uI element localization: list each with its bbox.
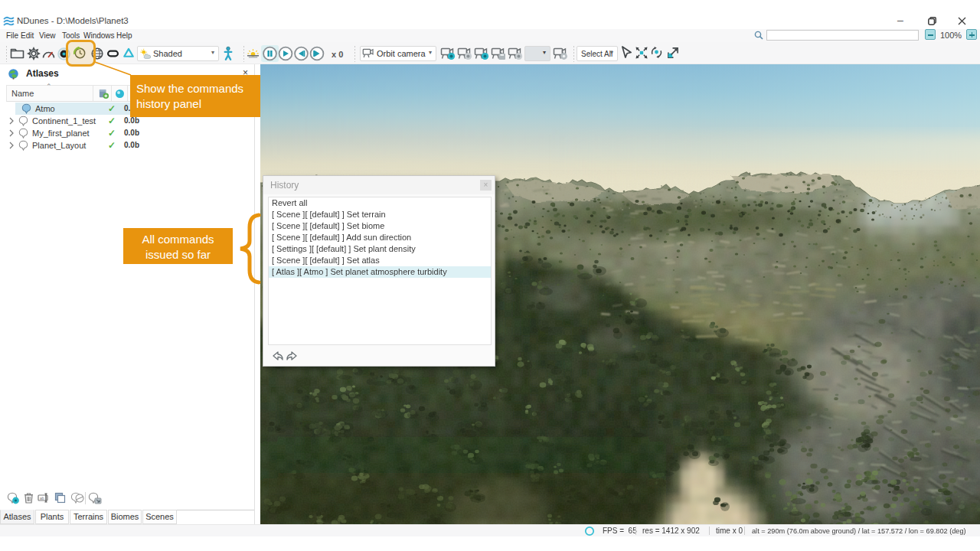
svg-text:ab: ab — [40, 496, 44, 500]
